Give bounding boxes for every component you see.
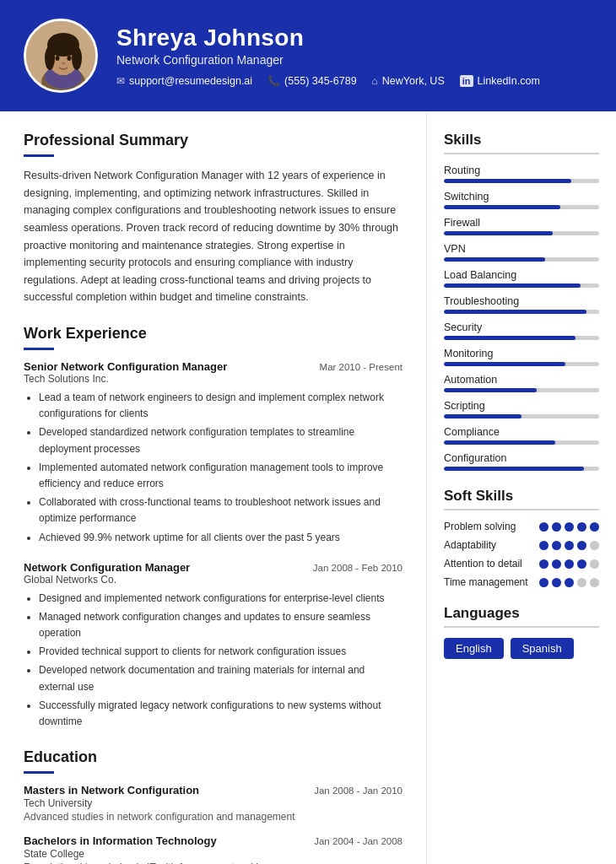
skill-bar-bg-3	[444, 257, 599, 262]
job-item-1: Senior Network Configuration Manager Mar…	[24, 360, 403, 546]
languages-section: Languages EnglishSpanish	[444, 605, 599, 659]
dot-3-2	[565, 578, 574, 587]
soft-skill-name-3: Time management	[444, 576, 539, 588]
bullet-1-2: Developed standardized network configura…	[39, 424, 403, 456]
job-date-2: Jan 2008 - Feb 2010	[313, 563, 403, 573]
candidate-title: Network Configuration Manager	[116, 53, 540, 67]
soft-skill-item-2: Attention to detail	[444, 558, 599, 570]
candidate-name: Shreya Johnson	[116, 24, 540, 51]
skills-section: Skills Routing Switching Firewall VPN Lo	[444, 132, 599, 471]
edu-item-2: Bachelors in Information Technology Jan …	[24, 834, 403, 864]
skill-item-5: Troubleshooting	[444, 295, 599, 314]
avatar	[24, 19, 98, 93]
bullet-2-3: Provided technical support to clients fo…	[39, 644, 403, 660]
skill-bar-fill-5	[444, 310, 586, 314]
skill-bar-fill-1	[444, 205, 560, 209]
soft-skill-item-1: Adaptability	[444, 539, 599, 551]
language-badges: EnglishSpanish	[444, 638, 599, 659]
bullet-1-5: Achieved 99.9% network uptime for all cl…	[39, 530, 403, 546]
skill-bar-bg-10	[444, 440, 599, 445]
skill-bar-bg-7	[444, 362, 599, 366]
skill-bar-fill-9	[444, 414, 521, 418]
bullet-1-1: Lead a team of network engineers to desi…	[39, 390, 403, 422]
job-title-1: Senior Network Configuration Manager	[24, 360, 227, 373]
edu-date-2: Jan 2004 - Jan 2008	[314, 836, 403, 846]
dot-3-4	[590, 578, 599, 587]
svg-point-8	[56, 56, 60, 61]
edu-date-1: Jan 2008 - Jan 2010	[314, 786, 403, 796]
main-body: Professional Summary Results-driven Netw…	[0, 111, 616, 864]
soft-skill-name-1: Adaptability	[444, 539, 539, 551]
soft-skill-dots-2	[539, 559, 599, 569]
dot-3-3	[577, 578, 586, 587]
skill-name-0: Routing	[444, 165, 599, 176]
email-icon: ✉	[116, 75, 125, 87]
dot-0-3	[577, 522, 586, 532]
phone-text: (555) 345-6789	[284, 75, 356, 87]
job-header-1: Senior Network Configuration Manager Mar…	[24, 360, 403, 373]
skill-name-10: Compliance	[444, 426, 599, 438]
dot-0-2	[565, 522, 574, 532]
header-info: Shreya Johnson Network Configuration Man…	[116, 24, 540, 87]
skill-name-1: Switching	[444, 191, 599, 202]
soft-skills-title: Soft Skills	[444, 488, 599, 505]
dot-0-1	[552, 522, 561, 532]
skill-name-8: Automation	[444, 374, 599, 386]
soft-skill-item-3: Time management	[444, 576, 599, 588]
edu-degree-1: Masters in Network Configuration	[24, 784, 199, 796]
right-column: Skills Routing Switching Firewall VPN Lo	[427, 111, 616, 864]
svg-point-10	[62, 62, 65, 65]
linkedin-icon: in	[460, 75, 473, 87]
contact-email: ✉ support@resumedesign.ai	[116, 75, 252, 87]
work-divider	[24, 348, 54, 350]
summary-text: Results-driven Network Configuration Man…	[24, 167, 403, 306]
dot-2-2	[565, 559, 574, 569]
languages-divider	[444, 626, 599, 628]
job-company-1: Tech Solutions Inc.	[24, 373, 403, 385]
summary-divider	[24, 154, 54, 157]
resume-header: Shreya Johnson Network Configuration Man…	[0, 0, 616, 111]
skill-item-9: Scripting	[444, 400, 599, 418]
skill-item-2: Firewall	[444, 217, 599, 235]
bullet-1-3: Implemented automated network configurat…	[39, 460, 403, 492]
svg-point-9	[68, 56, 72, 61]
job-item-2: Network Configuration Manager Jan 2008 -…	[24, 561, 403, 731]
skill-bar-bg-4	[444, 284, 599, 288]
dot-1-3	[577, 541, 586, 550]
skill-name-5: Troubleshooting	[444, 295, 599, 307]
bullet-2-5: Successfully migrated legacy network con…	[39, 698, 403, 730]
job-bullets-2: Designed and implemented network configu…	[24, 591, 403, 731]
location-icon: ⌂	[372, 75, 378, 87]
lang-badge-spanish: Spanish	[511, 638, 574, 659]
left-column: Professional Summary Results-driven Netw…	[0, 111, 427, 864]
soft-skill-name-0: Problem solving	[444, 521, 539, 532]
bullet-2-4: Developed network documentation and trai…	[39, 662, 403, 694]
skills-list: Routing Switching Firewall VPN Load Bala…	[444, 165, 599, 471]
education-section: Education Masters in Network Configurati…	[24, 748, 403, 864]
skill-bar-fill-4	[444, 284, 581, 288]
bullet-1-4: Collaborated with cross-functional teams…	[39, 494, 403, 526]
skill-bar-fill-6	[444, 336, 575, 340]
dot-3-0	[539, 578, 548, 587]
skill-item-1: Switching	[444, 191, 599, 209]
skill-name-11: Configuration	[444, 452, 599, 464]
skill-item-7: Monitoring	[444, 348, 599, 366]
skill-bar-bg-2	[444, 231, 599, 235]
edu-header-1: Masters in Network Configuration Jan 200…	[24, 784, 403, 796]
soft-skills-divider	[444, 509, 599, 510]
job-company-2: Global Networks Co.	[24, 574, 403, 586]
soft-skill-dots-0	[539, 522, 599, 532]
dot-1-0	[539, 541, 548, 550]
dot-2-4	[590, 559, 599, 569]
dot-2-1	[552, 559, 561, 569]
svg-point-7	[72, 46, 82, 70]
soft-skill-item-0: Problem solving	[444, 521, 599, 532]
skill-item-4: Load Balancing	[444, 269, 599, 288]
skill-bar-bg-5	[444, 310, 599, 314]
soft-skill-name-2: Attention to detail	[444, 558, 539, 570]
skill-bar-bg-11	[444, 467, 599, 471]
resume-container: Shreya Johnson Network Configuration Man…	[0, 0, 616, 864]
skill-name-6: Security	[444, 321, 599, 333]
job-header-2: Network Configuration Manager Jan 2008 -…	[24, 561, 403, 574]
dot-0-4	[590, 522, 599, 532]
